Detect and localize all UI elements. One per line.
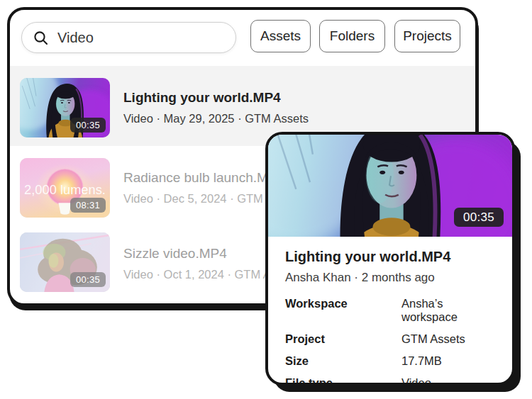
metadata-row-workspace: Workspace Ansha’s workspace bbox=[285, 297, 495, 324]
duration-badge: 00:35 bbox=[454, 208, 504, 227]
video-thumbnail-portrait: 00:35 bbox=[20, 78, 110, 137]
metadata-row-filetype: File type Video bbox=[285, 376, 495, 386]
result-title: Lighting your world.MP4 bbox=[123, 89, 309, 106]
video-preview[interactable]: 00:35 bbox=[268, 135, 512, 237]
search-input[interactable] bbox=[56, 29, 215, 47]
field-value: Ansha’s workspace bbox=[401, 297, 495, 324]
field-label: Size bbox=[285, 354, 401, 368]
filter-button-assets[interactable]: Assets bbox=[250, 20, 311, 52]
search-icon bbox=[33, 30, 48, 45]
result-text: Lighting your world.MP4 Video · May 29, … bbox=[123, 89, 309, 126]
detail-body: Lighting your world.MP4 Ansha Khan · 2 m… bbox=[268, 237, 512, 386]
field-label: File type bbox=[285, 376, 401, 386]
filter-button-projects[interactable]: Projects bbox=[394, 20, 460, 52]
field-value: 17.7MB bbox=[401, 354, 442, 368]
field-value: GTM Assets bbox=[401, 332, 465, 346]
duration-badge: 00:35 bbox=[70, 272, 106, 287]
search-input-container[interactable] bbox=[21, 22, 236, 53]
field-label: Workspace bbox=[285, 297, 401, 324]
field-value: Video bbox=[401, 376, 431, 386]
asset-title: Lighting your world.MP4 bbox=[285, 248, 495, 265]
video-thumbnail-bulb: 2,000 lumens. 08:31 bbox=[20, 158, 110, 218]
result-meta: Video · May 29, 2025 · GTM Assets bbox=[123, 111, 309, 126]
app-canvas: Assets Folders Projects bbox=[0, 0, 532, 399]
thumbnail-overlay-text: 2,000 lumens. bbox=[24, 182, 106, 197]
duration-badge: 08:31 bbox=[70, 198, 106, 213]
asset-detail-card: 00:35 Lighting your world.MP4 Ansha Khan… bbox=[265, 132, 515, 386]
video-thumbnail-sizzle: 00:35 bbox=[20, 232, 110, 292]
metadata-row-project: Project GTM Assets bbox=[285, 332, 495, 346]
asset-byline: Ansha Khan · 2 months ago bbox=[285, 270, 495, 285]
duration-badge: 00:35 bbox=[70, 118, 106, 133]
metadata-row-size: Size 17.7MB bbox=[285, 354, 495, 368]
asset-metadata: Workspace Ansha’s workspace Project GTM … bbox=[285, 297, 495, 386]
field-label: Project bbox=[285, 332, 401, 346]
filter-button-folders[interactable]: Folders bbox=[319, 20, 385, 52]
